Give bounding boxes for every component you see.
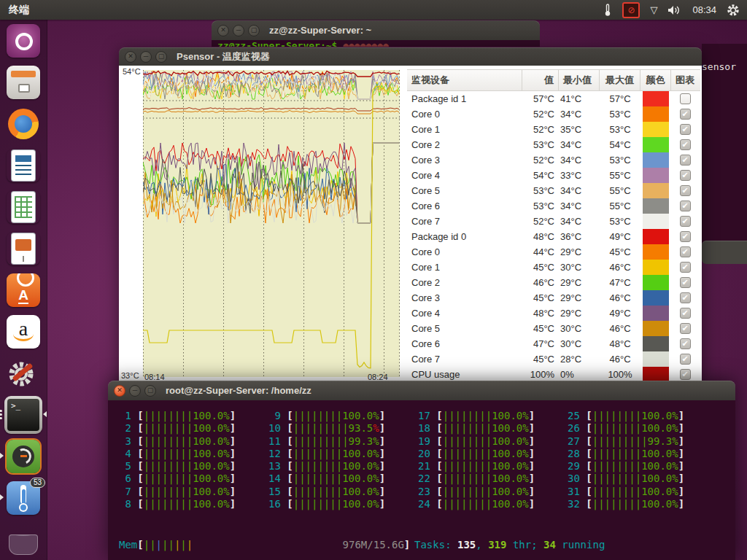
sensor-row[interactable]: Core 145°C30°C46°C✔ <box>407 260 700 275</box>
sensor-row[interactable]: Core 044°C29°C45°C✔ <box>407 244 700 260</box>
graph-checkbox[interactable]: ✔ <box>680 338 691 349</box>
graph-checkbox[interactable]: ✔ <box>680 277 691 288</box>
sensor-min: 30°C <box>559 260 600 275</box>
header-graph[interactable]: 图表 <box>671 70 699 90</box>
sensor-value: 45°C <box>522 351 559 367</box>
graph-checkbox[interactable]: ✔ <box>680 308 691 319</box>
sensor-row[interactable]: Core 752°C34°C53°C✔ <box>407 214 700 229</box>
launcher-item-psensor[interactable]: 53 <box>0 477 47 518</box>
psensor-titlebar[interactable]: ✕ ─ ▢ Psensor - 温度监视器 <box>119 47 702 66</box>
graph-checkbox[interactable]: ✔ <box>680 124 691 135</box>
graph-checkbox[interactable]: ✔ <box>680 216 691 227</box>
sensor-name: Core 5 <box>407 183 522 198</box>
close-icon[interactable]: ✕ <box>217 25 229 36</box>
launcher-item-files[interactable] <box>0 61 47 103</box>
network-indicator-icon[interactable]: ▽ <box>650 4 657 15</box>
clock[interactable]: 08:34 <box>692 4 716 15</box>
volume-indicator-icon[interactable] <box>667 5 682 15</box>
graph-checkbox[interactable]: ✔ <box>680 155 691 166</box>
launcher-item-impress[interactable] <box>0 228 47 269</box>
sensor-row[interactable]: Core 545°C30°C46°C✔ <box>407 321 700 336</box>
graph-checkbox[interactable]: ✔ <box>680 262 691 273</box>
launcher-item-dash[interactable] <box>0 20 47 61</box>
header-device[interactable]: 监视设备 <box>407 70 522 90</box>
launcher-item-settings[interactable] <box>0 352 47 394</box>
color-swatch <box>643 367 669 382</box>
sensor-name: Core 0 <box>407 244 522 260</box>
focused-app-arrow <box>43 411 47 417</box>
active-app-name[interactable]: 终端 <box>9 4 29 17</box>
sensor-row[interactable]: Core 745°C28°C46°C✔ <box>407 351 700 367</box>
offscreen-window-edge[interactable] <box>702 241 747 264</box>
sensor-row[interactable]: Core 246°C29°C47°C✔ <box>407 275 700 290</box>
graph-checkbox[interactable]: ✔ <box>680 323 691 334</box>
sensor-value: 53°C <box>522 183 559 198</box>
background-terminal-window[interactable]: ✕ ─ ▢ zz@zz-Super-Server: ~ zz@zz-Super-… <box>212 20 540 47</box>
launcher-item-software[interactable]: A <box>0 269 47 311</box>
sensor-row[interactable]: Core 152°C35°C53°C✔ <box>407 122 700 137</box>
graph-checkbox[interactable]: ✔ <box>680 354 691 365</box>
graph-checkbox[interactable]: ✔ <box>680 292 691 303</box>
sensor-row[interactable]: CPU usage100%0%100%✔ <box>407 367 700 382</box>
launcher-item-calc[interactable] <box>0 186 47 228</box>
sensor-min: 29°C <box>559 290 600 306</box>
maximize-icon[interactable]: ▢ <box>248 25 260 36</box>
header-min[interactable]: 最小值 <box>559 70 600 90</box>
graph-checkbox[interactable]: ✔ <box>680 185 691 196</box>
sensor-row[interactable]: Package id 048°C36°C49°C✔ <box>407 229 700 244</box>
maximize-icon[interactable]: ▢ <box>155 51 167 63</box>
sensor-row[interactable]: Core 553°C34°C55°C✔ <box>407 183 700 198</box>
close-icon[interactable]: ✕ <box>125 51 136 63</box>
mem-label: Mem <box>119 539 137 551</box>
psensor-window-title: Psensor - 温度监视器 <box>177 50 270 63</box>
launcher-item-firefox[interactable] <box>0 103 47 144</box>
graph-checkbox[interactable]: ✔ <box>680 369 691 380</box>
graph-checkbox[interactable] <box>680 93 691 104</box>
header-max[interactable]: 最大值 <box>600 70 640 90</box>
sensor-row[interactable]: Core 653°C34°C55°C✔ <box>407 198 700 214</box>
sensor-table: 监视设备 值 最小值 最大值 颜色 图表 Package id 157°C41°… <box>407 69 700 382</box>
sensor-max: 53°C <box>600 122 640 137</box>
session-gear-icon[interactable] <box>727 4 740 17</box>
sensor-row[interactable]: Core 647°C30°C48°C✔ <box>407 336 700 351</box>
minimize-icon[interactable]: ─ <box>140 51 152 63</box>
launcher-item-software-updater[interactable] <box>0 435 47 477</box>
graph-checkbox[interactable]: ✔ <box>680 109 691 120</box>
launcher-item-trash[interactable] <box>0 518 47 560</box>
color-swatch <box>643 306 669 321</box>
sensor-value: 53°C <box>522 198 559 214</box>
sensor-row[interactable]: Core 448°C29°C49°C✔ <box>407 306 700 321</box>
maximize-icon[interactable]: ▢ <box>144 385 156 397</box>
graph-checkbox[interactable]: ✔ <box>680 170 691 181</box>
sensor-row[interactable]: Core 052°C34°C53°C✔ <box>407 106 700 122</box>
graph-checkbox[interactable]: ✔ <box>680 246 691 257</box>
sensor-min: 29°C <box>559 306 600 321</box>
header-value[interactable]: 值 <box>522 70 559 90</box>
minimize-icon[interactable]: ─ <box>233 25 244 36</box>
launcher-item-amazon[interactable]: a <box>0 311 47 352</box>
sensor-max: 53°C <box>600 152 640 168</box>
header-color[interactable]: 颜色 <box>640 70 671 90</box>
close-icon[interactable]: ✕ <box>114 385 125 397</box>
sensor-name: Core 7 <box>407 351 522 367</box>
sensor-min: 34°C <box>559 106 600 122</box>
sensor-row[interactable]: Package id 157°C41°C57°C <box>407 91 700 106</box>
sensor-row[interactable]: Core 253°C34°C54°C✔ <box>407 137 700 152</box>
graph-checkbox[interactable]: ✔ <box>680 139 691 150</box>
sensor-row[interactable]: Core 454°C33°C55°C✔ <box>407 168 700 183</box>
sensor-value: 45°C <box>522 290 559 306</box>
minimize-icon[interactable]: ─ <box>129 385 141 397</box>
launcher-item-writer[interactable] <box>0 144 47 186</box>
recording-indicator-icon[interactable]: ⊘ <box>622 2 640 18</box>
graph-checkbox[interactable]: ✔ <box>680 201 691 211</box>
launcher-item-terminal[interactable]: >_ <box>0 394 47 435</box>
htop-titlebar[interactable]: ✕ ─ ▢ root@zz-Super-Server: /home/zz <box>108 381 735 400</box>
sensor-table-header: 监视设备 值 最小值 最大值 颜色 图表 <box>407 69 700 91</box>
background-terminal-titlebar[interactable]: ✕ ─ ▢ zz@zz-Super-Server: ~ <box>212 20 540 40</box>
graph-checkbox[interactable]: ✔ <box>680 231 691 242</box>
sensor-row[interactable]: Core 352°C34°C53°C✔ <box>407 152 700 168</box>
sensor-max: 100% <box>600 367 640 382</box>
htop-content: 1[||||||||100.0%]2[||||||||100.0%]3[||||… <box>108 400 735 560</box>
sensor-row[interactable]: Core 345°C29°C46°C✔ <box>407 290 700 306</box>
thermometer-indicator-icon[interactable] <box>603 4 612 17</box>
